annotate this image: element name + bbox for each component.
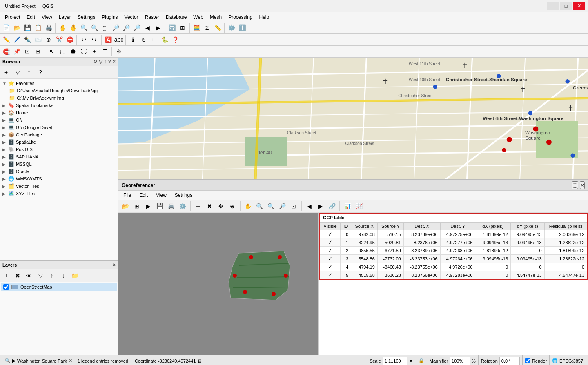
gcp-row-4[interactable]: ✓ 4 4794.19 -8460.43 -8.23755e+06 4.9726… xyxy=(320,263,587,271)
georef-delete-gcp-btn[interactable]: ✖ xyxy=(204,201,215,211)
status-render[interactable]: Render xyxy=(523,355,550,365)
browser-info-btn[interactable]: ? xyxy=(35,67,46,78)
zoom-full-btn[interactable]: 🔎 xyxy=(110,22,121,33)
next-extent-btn[interactable]: ▶ xyxy=(153,22,163,33)
tree-xyz-tiles[interactable]: ▶ 🗺️ XYZ Tiles xyxy=(1,190,117,197)
text-btn[interactable]: T xyxy=(100,46,110,57)
georef-menu-settings[interactable]: Settings xyxy=(172,191,196,199)
status-epsg[interactable]: 🌐 EPSG:3857 xyxy=(550,355,586,365)
menu-raster[interactable]: Raster xyxy=(142,13,163,21)
tree-c-drive[interactable]: ▶ 💻 C:\ xyxy=(1,116,117,124)
georef-zoomlayer-btn[interactable]: ⊡ xyxy=(288,201,299,211)
tree-home[interactable]: ▶ 🏠 Home xyxy=(1,109,117,116)
gcp-row-1[interactable]: ✓ 1 3224.95 -5029.81 -8.2376e+06 4.97277… xyxy=(320,238,587,247)
menu-project[interactable]: Project xyxy=(2,13,23,21)
georef-hist-btn[interactable]: 📊 xyxy=(342,201,353,211)
info-btn[interactable]: ℹ️ xyxy=(237,22,247,33)
pan-btn[interactable]: ✋ xyxy=(57,22,68,33)
browser-up2-btn[interactable]: ↑ xyxy=(24,67,34,78)
menu-web[interactable]: Web xyxy=(190,13,206,21)
status-location[interactable]: 🔍 ▶ Washington Square Park ✕ xyxy=(2,355,75,365)
new-project-btn[interactable]: 📄 xyxy=(1,22,11,33)
georef-open-btn[interactable]: 📂 xyxy=(120,201,131,211)
print-btn[interactable]: 🖨️ xyxy=(43,22,54,33)
python-btn[interactable]: 🐍 xyxy=(159,34,170,45)
browser-add-btn[interactable]: + xyxy=(1,67,11,78)
status-lock[interactable]: 🔒 xyxy=(416,355,427,365)
layer-openstreetmap[interactable]: OpenStreetMap xyxy=(1,283,117,291)
measure-btn[interactable]: 📏 xyxy=(212,22,223,33)
menu-mesh[interactable]: Mesh xyxy=(207,13,225,21)
snap4-btn[interactable]: ⊞ xyxy=(33,46,43,57)
tree-favorites[interactable]: ▼ ⭐ Favorites xyxy=(1,80,117,87)
save-as-btn[interactable]: 📋 xyxy=(33,22,43,33)
digitize4-btn[interactable]: ⌨️ xyxy=(33,34,43,45)
browser-help-icon[interactable]: ? xyxy=(108,59,111,65)
refresh-btn[interactable]: 🔄 xyxy=(167,22,177,33)
tile-btn[interactable]: ⊞ xyxy=(177,22,188,33)
calculator-btn[interactable]: 🧮 xyxy=(191,22,202,33)
georef-menu-file[interactable]: File xyxy=(120,191,134,199)
select3-btn[interactable]: ⬟ xyxy=(68,46,78,57)
georef-prev-btn[interactable]: ◀ xyxy=(304,201,314,211)
georef-pan-btn[interactable]: ✋ xyxy=(243,201,253,211)
georef-grid-btn[interactable]: ⊞ xyxy=(131,201,142,211)
select5-btn[interactable]: ✦ xyxy=(89,46,100,57)
digitize6-btn[interactable]: ✂️ xyxy=(54,34,65,45)
gcp-row-3[interactable]: ✓ 3 5548.86 -7732.09 -8.23753e+06 4.9726… xyxy=(320,255,587,263)
layers-add-btn[interactable]: + xyxy=(1,270,11,281)
menu-database[interactable]: Database xyxy=(163,13,190,21)
tree-postgis[interactable]: ▶ 🐘 PostGIS xyxy=(1,146,117,153)
status-scale[interactable]: Scale ▼ xyxy=(367,355,416,365)
georef-menu-view[interactable]: View xyxy=(153,191,170,199)
digitize2-btn[interactable]: 🖊️ xyxy=(11,34,22,45)
status-rotation[interactable]: Rotation xyxy=(479,355,523,365)
gcp-visible-1[interactable]: ✓ xyxy=(320,238,341,247)
menu-processing[interactable]: Processing xyxy=(225,13,256,21)
tree-geopackage[interactable]: ▶ 📦 GeoPackage xyxy=(1,131,117,138)
zoom-layer-btn[interactable]: 🔎 xyxy=(121,22,131,33)
georef-zoomout-btn[interactable]: 🔍 xyxy=(265,201,276,211)
scale-input[interactable] xyxy=(383,357,407,365)
status-magnifier[interactable]: Magnifier % xyxy=(427,355,479,365)
georef-link-btn[interactable]: 🔗 xyxy=(327,201,337,211)
label2-btn[interactable]: abc xyxy=(114,34,124,45)
select-btn[interactable]: 🖱 xyxy=(138,34,149,45)
layer-osm-checkbox[interactable] xyxy=(3,284,9,290)
tree-g-drive[interactable]: ▶ 💻 G:\ (Google Drive) xyxy=(1,124,117,131)
tree-spatialite[interactable]: ▶ 🗄️ SpatiaLite xyxy=(1,138,117,146)
tree-vector-tiles[interactable]: ▶ 🗂️ Vector Tiles xyxy=(1,182,117,190)
georef-close-btn[interactable]: × xyxy=(580,181,585,189)
gcp-visible-0[interactable]: ✓ xyxy=(320,230,341,238)
georef-float-btn[interactable]: ⬚ xyxy=(572,181,578,189)
snap1-btn[interactable]: 🧲 xyxy=(1,46,11,57)
select-tool-btn[interactable]: ↖ xyxy=(47,46,57,57)
georef-image-area[interactable] xyxy=(118,213,318,355)
gcp-visible-5[interactable]: ✓ xyxy=(320,271,341,279)
georef-settings-btn[interactable]: ⚙️ xyxy=(177,201,188,211)
zoom-rubber-btn[interactable]: ⬚ xyxy=(100,22,110,33)
layers-visible-btn[interactable]: 👁 xyxy=(24,270,34,281)
menu-view[interactable]: View xyxy=(38,13,56,21)
select4-btn[interactable]: ⛶ xyxy=(78,46,89,57)
georef-add-gcp-btn[interactable]: ✛ xyxy=(193,201,203,211)
menu-layer[interactable]: Layer xyxy=(56,13,74,21)
georef-zoomin-btn[interactable]: 🔍 xyxy=(254,201,265,211)
zoom-selection-btn[interactable]: 🔎 xyxy=(131,22,142,33)
menu-settings[interactable]: Settings xyxy=(74,13,98,21)
georef-save-btn[interactable]: 💾 xyxy=(154,201,165,211)
identify-btn[interactable]: ℹ xyxy=(127,34,138,45)
undo-btn[interactable]: ↩ xyxy=(78,34,89,45)
digitize7-btn[interactable]: ⛔ xyxy=(65,34,75,45)
tree-gdrive[interactable]: 📁 G:\My Drive\ee-wrmimg xyxy=(1,94,117,102)
select2-btn[interactable]: ⬚ xyxy=(57,46,68,57)
layers-remove-btn[interactable]: ✖ xyxy=(12,270,23,281)
label1-btn[interactable]: 🅰️ xyxy=(103,34,114,45)
georef-zoomfull-btn[interactable]: 🔎 xyxy=(277,201,287,211)
gcp-visible-4[interactable]: ✓ xyxy=(320,263,341,271)
tree-oracle[interactable]: ▶ 🗄️ Oracle xyxy=(1,168,117,175)
menu-help[interactable]: Help xyxy=(256,13,273,21)
georef-chart-btn[interactable]: 📈 xyxy=(354,201,364,211)
redo-btn[interactable]: ↪ xyxy=(89,34,100,45)
browser-filter-icon[interactable]: ▽ xyxy=(99,59,102,65)
